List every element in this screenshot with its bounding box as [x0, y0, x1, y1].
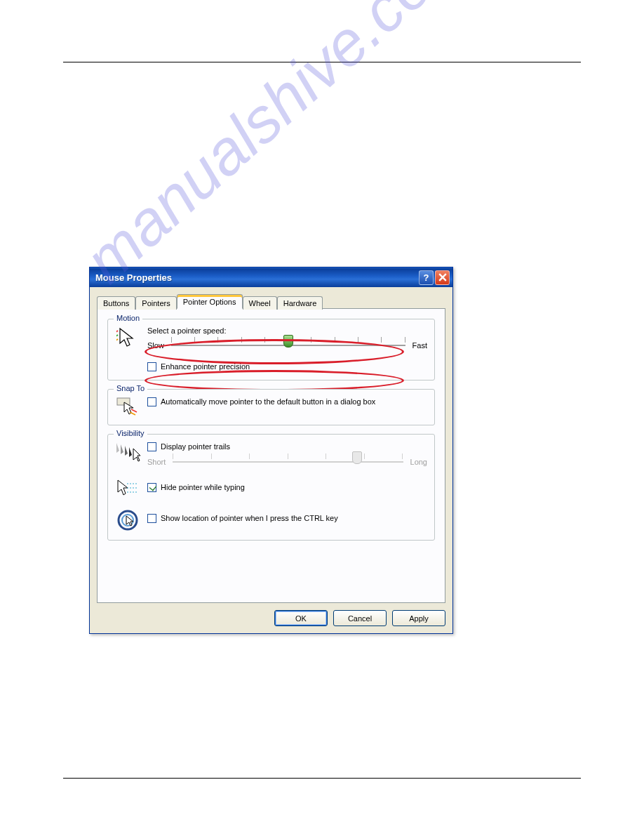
snapto-label[interactable]: Automatically move pointer to the defaul… [161, 397, 375, 406]
pointer-speed-slow-label: Slow [147, 341, 164, 350]
pointer-speed-icon [115, 326, 140, 349]
title-bar[interactable]: Mouse Properties ? [90, 267, 452, 287]
dialog-button-row: OK Cancel Apply [97, 610, 445, 626]
trails-short-label: Short [147, 458, 166, 466]
group-motion-legend: Motion [114, 314, 142, 322]
apply-button[interactable]: Apply [392, 610, 445, 626]
snapto-icon [115, 397, 140, 416]
hide-typing-label[interactable]: Hide pointer while typing [161, 482, 245, 492]
tab-hardware[interactable]: Hardware [277, 296, 323, 310]
help-button[interactable]: ? [419, 270, 434, 285]
pointer-speed-slider[interactable] [171, 339, 405, 352]
group-snapto: Snap To Automatically move pointer to th… [107, 389, 435, 425]
pointer-speed-slider-thumb[interactable] [283, 335, 293, 348]
group-visibility: Visibility Display pointer trails Short [107, 434, 435, 541]
tab-strip: Buttons Pointers Pointer Options Wheel H… [97, 293, 445, 309]
display-trails-label[interactable]: Display pointer trails [161, 442, 230, 451]
pointer-speed-label: Select a pointer speed: [147, 326, 427, 335]
group-motion: Motion Select a pointer speed: Slow [107, 319, 435, 380]
ctrl-locator-label[interactable]: Show location of pointer when I press th… [161, 513, 338, 523]
window-title: Mouse Properties [95, 272, 417, 283]
pointer-trails-icon [115, 442, 140, 463]
close-button[interactable] [435, 270, 450, 285]
svg-rect-0 [117, 398, 130, 405]
group-snapto-legend: Snap To [114, 384, 147, 392]
cancel-button[interactable]: Cancel [333, 610, 387, 626]
trails-slider-thumb [352, 451, 362, 464]
group-visibility-legend: Visibility [114, 429, 147, 437]
ctrl-locator-checkbox[interactable] [147, 514, 156, 523]
ok-button[interactable]: OK [274, 610, 328, 626]
page-divider-top [63, 62, 581, 62]
hide-typing-icon [115, 478, 140, 499]
annotation-circle-precision [145, 370, 404, 391]
pointer-speed-fast-label: Fast [412, 341, 427, 350]
page-divider-bottom [63, 778, 581, 779]
tab-pointer-options[interactable]: Pointer Options [177, 294, 243, 309]
enhance-precision-checkbox[interactable] [147, 362, 156, 371]
tab-wheel[interactable]: Wheel [243, 296, 277, 310]
snapto-checkbox[interactable] [147, 397, 156, 406]
ctrl-locator-icon [115, 509, 140, 531]
tab-pointers[interactable]: Pointers [135, 296, 176, 310]
dialog-body: Buttons Pointers Pointer Options Wheel H… [90, 287, 452, 633]
mouse-properties-dialog: Mouse Properties ? Buttons Pointers Poin… [89, 267, 453, 634]
tab-buttons[interactable]: Buttons [97, 296, 135, 310]
display-trails-checkbox[interactable] [147, 442, 156, 451]
hide-typing-checkbox[interactable] [147, 483, 156, 492]
trails-slider [173, 456, 403, 468]
watermark-text: manualshive.com [71, 0, 484, 297]
close-icon [438, 273, 447, 282]
enhance-precision-label[interactable]: Enhance pointer precision [161, 362, 250, 371]
tab-panel-pointer-options: Motion Select a pointer speed: Slow [97, 308, 445, 603]
trails-long-label: Long [410, 458, 427, 466]
